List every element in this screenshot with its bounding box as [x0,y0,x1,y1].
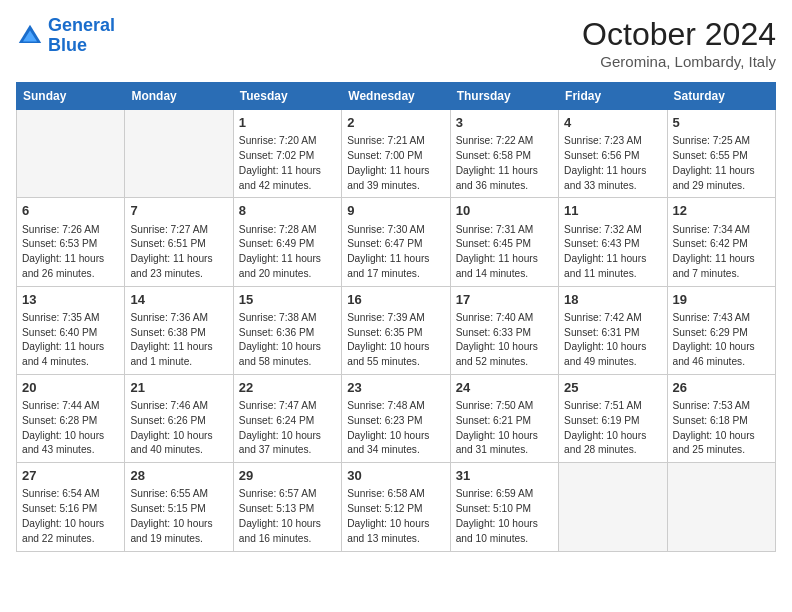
day-number: 19 [673,291,770,309]
calendar-cell: 29Sunrise: 6:57 AM Sunset: 5:13 PM Dayli… [233,463,341,551]
calendar-cell: 16Sunrise: 7:39 AM Sunset: 6:35 PM Dayli… [342,286,450,374]
cell-content: Sunrise: 6:58 AM Sunset: 5:12 PM Dayligh… [347,487,444,546]
cell-content: Sunrise: 7:27 AM Sunset: 6:51 PM Dayligh… [130,223,227,282]
cell-content: Sunrise: 7:36 AM Sunset: 6:38 PM Dayligh… [130,311,227,370]
week-row-2: 13Sunrise: 7:35 AM Sunset: 6:40 PM Dayli… [17,286,776,374]
logo: General Blue [16,16,115,56]
day-number: 5 [673,114,770,132]
day-number: 7 [130,202,227,220]
cell-content: Sunrise: 7:34 AM Sunset: 6:42 PM Dayligh… [673,223,770,282]
calendar-cell: 20Sunrise: 7:44 AM Sunset: 6:28 PM Dayli… [17,374,125,462]
cell-content: Sunrise: 7:25 AM Sunset: 6:55 PM Dayligh… [673,134,770,193]
month-title: October 2024 [582,16,776,53]
calendar-cell [17,110,125,198]
day-number: 13 [22,291,119,309]
calendar-cell: 3Sunrise: 7:22 AM Sunset: 6:58 PM Daylig… [450,110,558,198]
day-number: 12 [673,202,770,220]
day-number: 9 [347,202,444,220]
cell-content: Sunrise: 7:21 AM Sunset: 7:00 PM Dayligh… [347,134,444,193]
calendar-cell: 4Sunrise: 7:23 AM Sunset: 6:56 PM Daylig… [559,110,667,198]
calendar-cell: 14Sunrise: 7:36 AM Sunset: 6:38 PM Dayli… [125,286,233,374]
day-number: 28 [130,467,227,485]
calendar-cell: 8Sunrise: 7:28 AM Sunset: 6:49 PM Daylig… [233,198,341,286]
day-header-monday: Monday [125,83,233,110]
day-number: 21 [130,379,227,397]
cell-content: Sunrise: 6:59 AM Sunset: 5:10 PM Dayligh… [456,487,553,546]
cell-content: Sunrise: 7:22 AM Sunset: 6:58 PM Dayligh… [456,134,553,193]
cell-content: Sunrise: 6:55 AM Sunset: 5:15 PM Dayligh… [130,487,227,546]
logo-line2: Blue [48,35,87,55]
day-number: 16 [347,291,444,309]
day-header-saturday: Saturday [667,83,775,110]
cell-content: Sunrise: 7:38 AM Sunset: 6:36 PM Dayligh… [239,311,336,370]
week-row-1: 6Sunrise: 7:26 AM Sunset: 6:53 PM Daylig… [17,198,776,286]
cell-content: Sunrise: 7:30 AM Sunset: 6:47 PM Dayligh… [347,223,444,282]
calendar-cell: 12Sunrise: 7:34 AM Sunset: 6:42 PM Dayli… [667,198,775,286]
calendar-cell: 25Sunrise: 7:51 AM Sunset: 6:19 PM Dayli… [559,374,667,462]
day-number: 10 [456,202,553,220]
day-number: 30 [347,467,444,485]
calendar-cell: 13Sunrise: 7:35 AM Sunset: 6:40 PM Dayli… [17,286,125,374]
calendar-cell: 18Sunrise: 7:42 AM Sunset: 6:31 PM Dayli… [559,286,667,374]
week-row-4: 27Sunrise: 6:54 AM Sunset: 5:16 PM Dayli… [17,463,776,551]
calendar-cell: 26Sunrise: 7:53 AM Sunset: 6:18 PM Dayli… [667,374,775,462]
header-row: SundayMondayTuesdayWednesdayThursdayFrid… [17,83,776,110]
cell-content: Sunrise: 7:42 AM Sunset: 6:31 PM Dayligh… [564,311,661,370]
day-header-tuesday: Tuesday [233,83,341,110]
title-block: October 2024 Geromina, Lombardy, Italy [582,16,776,70]
calendar-cell: 15Sunrise: 7:38 AM Sunset: 6:36 PM Dayli… [233,286,341,374]
cell-content: Sunrise: 7:23 AM Sunset: 6:56 PM Dayligh… [564,134,661,193]
page-header: General Blue October 2024 Geromina, Lomb… [16,16,776,70]
cell-content: Sunrise: 7:53 AM Sunset: 6:18 PM Dayligh… [673,399,770,458]
cell-content: Sunrise: 6:54 AM Sunset: 5:16 PM Dayligh… [22,487,119,546]
day-number: 11 [564,202,661,220]
day-header-friday: Friday [559,83,667,110]
cell-content: Sunrise: 7:50 AM Sunset: 6:21 PM Dayligh… [456,399,553,458]
logo-icon [16,22,44,50]
day-number: 23 [347,379,444,397]
day-number: 22 [239,379,336,397]
day-number: 6 [22,202,119,220]
calendar-cell: 21Sunrise: 7:46 AM Sunset: 6:26 PM Dayli… [125,374,233,462]
calendar-cell: 9Sunrise: 7:30 AM Sunset: 6:47 PM Daylig… [342,198,450,286]
cell-content: Sunrise: 7:51 AM Sunset: 6:19 PM Dayligh… [564,399,661,458]
cell-content: Sunrise: 7:26 AM Sunset: 6:53 PM Dayligh… [22,223,119,282]
day-number: 4 [564,114,661,132]
calendar-cell: 1Sunrise: 7:20 AM Sunset: 7:02 PM Daylig… [233,110,341,198]
calendar-cell: 6Sunrise: 7:26 AM Sunset: 6:53 PM Daylig… [17,198,125,286]
cell-content: Sunrise: 7:43 AM Sunset: 6:29 PM Dayligh… [673,311,770,370]
calendar-cell: 23Sunrise: 7:48 AM Sunset: 6:23 PM Dayli… [342,374,450,462]
cell-content: Sunrise: 7:20 AM Sunset: 7:02 PM Dayligh… [239,134,336,193]
day-number: 25 [564,379,661,397]
calendar-cell: 11Sunrise: 7:32 AM Sunset: 6:43 PM Dayli… [559,198,667,286]
cell-content: Sunrise: 7:47 AM Sunset: 6:24 PM Dayligh… [239,399,336,458]
calendar-cell [559,463,667,551]
cell-content: Sunrise: 7:46 AM Sunset: 6:26 PM Dayligh… [130,399,227,458]
day-number: 27 [22,467,119,485]
day-header-sunday: Sunday [17,83,125,110]
day-number: 2 [347,114,444,132]
calendar-cell [667,463,775,551]
cell-content: Sunrise: 7:48 AM Sunset: 6:23 PM Dayligh… [347,399,444,458]
cell-content: Sunrise: 7:32 AM Sunset: 6:43 PM Dayligh… [564,223,661,282]
day-number: 29 [239,467,336,485]
cell-content: Sunrise: 6:57 AM Sunset: 5:13 PM Dayligh… [239,487,336,546]
calendar-cell: 28Sunrise: 6:55 AM Sunset: 5:15 PM Dayli… [125,463,233,551]
logo-text: General Blue [48,16,115,56]
day-number: 8 [239,202,336,220]
day-header-wednesday: Wednesday [342,83,450,110]
day-number: 17 [456,291,553,309]
calendar-cell: 10Sunrise: 7:31 AM Sunset: 6:45 PM Dayli… [450,198,558,286]
week-row-3: 20Sunrise: 7:44 AM Sunset: 6:28 PM Dayli… [17,374,776,462]
day-number: 31 [456,467,553,485]
day-number: 24 [456,379,553,397]
day-number: 14 [130,291,227,309]
calendar-cell: 31Sunrise: 6:59 AM Sunset: 5:10 PM Dayli… [450,463,558,551]
cell-content: Sunrise: 7:44 AM Sunset: 6:28 PM Dayligh… [22,399,119,458]
cell-content: Sunrise: 7:40 AM Sunset: 6:33 PM Dayligh… [456,311,553,370]
logo-line1: General [48,15,115,35]
cell-content: Sunrise: 7:28 AM Sunset: 6:49 PM Dayligh… [239,223,336,282]
cell-content: Sunrise: 7:35 AM Sunset: 6:40 PM Dayligh… [22,311,119,370]
week-row-0: 1Sunrise: 7:20 AM Sunset: 7:02 PM Daylig… [17,110,776,198]
day-number: 18 [564,291,661,309]
